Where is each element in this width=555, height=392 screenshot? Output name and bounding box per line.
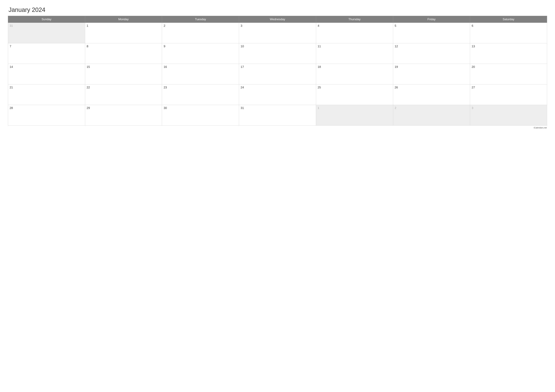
week-row-5: 28293031123 [8,105,547,126]
day-number: 30 [164,106,167,110]
day-number: 8 [87,45,88,48]
day-number: 7 [10,45,11,48]
calendar-day: 22 [85,85,162,105]
calendar-day: 3 [470,105,547,126]
week-row-1: 31123456 [8,23,547,43]
header-thursday: Thursday [316,16,393,23]
day-number: 1 [87,24,88,27]
day-number: 31 [10,24,13,27]
calendar-day: 10 [239,43,316,64]
day-number: 9 [164,45,165,48]
calendar-day: 17 [239,64,316,85]
calendar-day: 16 [162,64,239,85]
calendar-day: 7 [8,43,85,64]
day-number: 28 [10,106,13,110]
calendar-day: 1 [85,23,162,43]
day-number: 19 [395,65,398,68]
calendar-day: 18 [316,64,393,85]
footer-credit: iCalendars.net [8,127,547,129]
calendar-table: SundayMondayTuesdayWednesdayThursdayFrid… [8,16,547,126]
calendar-day: 21 [8,85,85,105]
day-number: 21 [10,86,13,89]
header-friday: Friday [393,16,470,23]
header-row: SundayMondayTuesdayWednesdayThursdayFrid… [8,16,547,23]
calendar-day: 27 [470,85,547,105]
day-number: 11 [318,45,321,48]
day-number: 12 [395,45,398,48]
day-number: 29 [87,106,90,110]
day-number: 4 [318,24,319,27]
day-number: 1 [318,106,319,110]
day-number: 27 [472,86,475,89]
calendar-day: 4 [316,23,393,43]
day-number: 14 [10,65,13,68]
calendar-day: 31 [239,105,316,126]
header-wednesday: Wednesday [239,16,316,23]
day-number: 31 [241,106,244,110]
calendar-day: 26 [393,85,470,105]
calendar-day: 23 [162,85,239,105]
calendar-day: 24 [239,85,316,105]
day-number: 16 [164,65,167,68]
header-tuesday: Tuesday [162,16,239,23]
day-number: 17 [241,65,244,68]
day-number: 18 [318,65,321,68]
calendar-day: 30 [162,105,239,126]
calendar-day: 3 [239,23,316,43]
day-number: 5 [395,24,396,27]
calendar-day: 5 [393,23,470,43]
calendar-day: 1 [316,105,393,126]
calendar-day: 19 [393,64,470,85]
calendar-day: 2 [393,105,470,126]
calendar-day: 31 [8,23,85,43]
day-number: 6 [472,24,473,27]
week-row-4: 21222324252627 [8,85,547,105]
calendar-day: 2 [162,23,239,43]
day-number: 3 [472,106,473,110]
calendar-day: 8 [85,43,162,64]
calendar-day: 6 [470,23,547,43]
day-number: 3 [241,24,242,27]
calendar-day: 12 [393,43,470,64]
calendar-day: 11 [316,43,393,64]
calendar-day: 28 [8,105,85,126]
calendar-day: 14 [8,64,85,85]
calendar-day: 9 [162,43,239,64]
calendar-day: 25 [316,85,393,105]
calendar-day: 15 [85,64,162,85]
day-number: 20 [472,65,475,68]
day-number: 22 [87,86,90,89]
day-number: 2 [395,106,396,110]
day-number: 13 [472,45,475,48]
header-saturday: Saturday [470,16,547,23]
header-monday: Monday [85,16,162,23]
day-number: 23 [164,86,167,89]
day-number: 25 [318,86,321,89]
header-sunday: Sunday [8,16,85,23]
day-number: 24 [241,86,244,89]
day-number: 2 [164,24,165,27]
calendar-title: January 2024 [8,6,547,13]
calendar-day: 13 [470,43,547,64]
day-number: 26 [395,86,398,89]
calendar-day: 29 [85,105,162,126]
week-row-3: 14151617181920 [8,64,547,85]
calendar-day: 20 [470,64,547,85]
day-number: 15 [87,65,90,68]
week-row-2: 78910111213 [8,43,547,64]
day-number: 10 [241,45,244,48]
